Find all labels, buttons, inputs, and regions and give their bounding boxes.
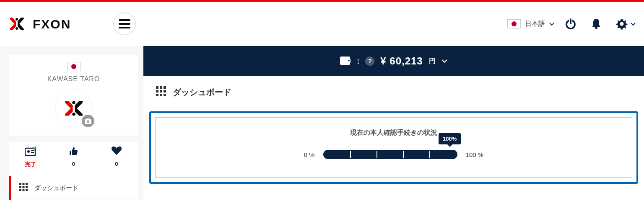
- svg-rect-27: [19, 189, 21, 191]
- logo[interactable]: FXON: [8, 15, 101, 33]
- stat-favorites-count: 0: [115, 161, 118, 167]
- svg-point-1: [16, 27, 18, 30]
- balance-bar[interactable]: : ? ¥ 60,213 円: [143, 46, 644, 76]
- progress-start-label: 0 %: [304, 151, 315, 158]
- svg-rect-34: [156, 86, 158, 89]
- svg-rect-36: [164, 86, 166, 89]
- bell-icon: [590, 18, 602, 30]
- svg-point-11: [620, 22, 624, 26]
- profile-stats: 完了 0 0: [9, 142, 138, 176]
- svg-rect-22: [23, 183, 25, 185]
- svg-rect-26: [26, 186, 28, 188]
- language-selector[interactable]: 日本語: [507, 19, 554, 28]
- svg-point-18: [27, 150, 30, 153]
- thumbs-up-icon: [69, 146, 78, 157]
- flag-jp-icon: [67, 62, 80, 71]
- balance-separator: :: [357, 57, 359, 66]
- sidebar: KAWASE TARO: [0, 46, 143, 200]
- logo-icon: FXON: [8, 15, 101, 33]
- id-card-icon: [25, 146, 36, 157]
- notifications-button[interactable]: [590, 18, 602, 30]
- svg-point-33: [348, 60, 350, 62]
- svg-point-12: [72, 101, 75, 105]
- sidebar-item-dashboard[interactable]: ダッシュボード: [9, 176, 138, 200]
- svg-point-0: [16, 18, 18, 21]
- power-button[interactable]: [564, 18, 577, 30]
- heart-icon: [112, 146, 122, 157]
- svg-rect-3: [119, 19, 130, 21]
- svg-rect-19: [31, 150, 34, 151]
- svg-rect-40: [156, 94, 158, 96]
- svg-rect-39: [164, 90, 166, 93]
- svg-rect-38: [160, 90, 162, 93]
- chevron-down-icon: [441, 57, 447, 65]
- grid-icon: [19, 183, 28, 193]
- svg-rect-29: [26, 189, 28, 191]
- svg-rect-25: [23, 186, 25, 188]
- svg-rect-28: [23, 189, 25, 191]
- stat-verification[interactable]: 完了: [14, 146, 47, 168]
- settings-button[interactable]: [615, 18, 636, 30]
- hamburger-icon: [119, 19, 130, 28]
- svg-rect-42: [164, 94, 166, 96]
- sidebar-item-label: ダッシュボード: [34, 184, 78, 192]
- stat-likes[interactable]: 0: [57, 146, 90, 168]
- gear-icon: [615, 18, 628, 30]
- svg-rect-21: [19, 183, 21, 185]
- svg-text:FXON: FXON: [33, 17, 71, 31]
- avatar-logo-icon: [63, 98, 84, 119]
- wallet-icon: [340, 57, 351, 66]
- camera-icon[interactable]: [82, 115, 94, 127]
- stat-verification-label: 完了: [25, 161, 36, 168]
- avatar[interactable]: [55, 90, 93, 127]
- verification-card: 現在の本人確認手続きの状況 0 % 100 % 100%: [149, 111, 638, 184]
- svg-rect-24: [19, 186, 21, 188]
- power-icon: [564, 18, 577, 30]
- menu-toggle-button[interactable]: [113, 13, 136, 35]
- progress-end-label: 100 %: [466, 151, 484, 158]
- stat-likes-count: 0: [72, 161, 75, 167]
- chevron-down-icon: [549, 20, 554, 28]
- profile-name: KAWASE TARO: [47, 75, 100, 83]
- verification-progress: 0 % 100 % 100%: [304, 150, 483, 159]
- svg-rect-20: [31, 152, 34, 153]
- svg-rect-4: [119, 23, 130, 25]
- svg-rect-41: [160, 94, 162, 96]
- progress-tooltip: 100%: [439, 133, 461, 144]
- svg-point-13: [72, 113, 75, 116]
- svg-point-16: [87, 120, 89, 123]
- balance-amount: ¥ 60,213: [380, 55, 423, 67]
- language-label: 日本語: [525, 20, 545, 28]
- grid-icon: [156, 86, 166, 98]
- verification-title: 現在の本人確認手続きの状況: [350, 128, 437, 137]
- svg-rect-5: [119, 27, 130, 28]
- help-icon[interactable]: ?: [365, 57, 374, 66]
- svg-point-10: [595, 26, 597, 29]
- svg-rect-23: [26, 183, 28, 185]
- flag-jp-icon: [507, 19, 521, 28]
- balance-unit: 円: [429, 57, 436, 66]
- chevron-down-icon: [631, 20, 636, 28]
- svg-rect-9: [570, 19, 571, 24]
- header: FXON 日本語: [0, 2, 644, 46]
- svg-rect-15: [87, 118, 89, 120]
- page-title-row: ダッシュボード: [143, 76, 644, 108]
- progress-bar: [323, 150, 457, 159]
- page-title: ダッシュボード: [173, 87, 231, 98]
- svg-rect-37: [156, 90, 158, 93]
- svg-rect-35: [160, 86, 162, 89]
- profile-section: KAWASE TARO: [9, 55, 138, 136]
- stat-favorites[interactable]: 0: [100, 146, 133, 168]
- main-content: : ? ¥ 60,213 円: [143, 46, 644, 200]
